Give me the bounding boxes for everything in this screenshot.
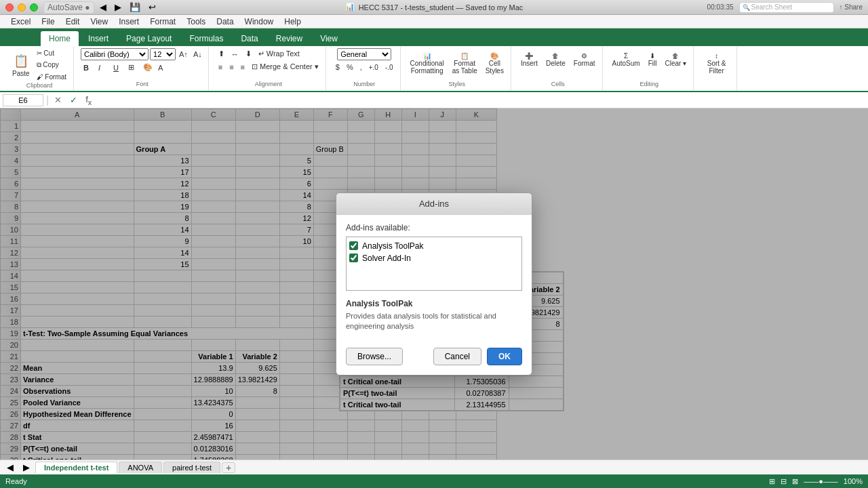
align-center-button[interactable]: ≡ [226, 61, 236, 73]
currency-button[interactable]: $ [333, 62, 342, 73]
menu-window[interactable]: Window [239, 16, 279, 28]
percent-button[interactable]: % [344, 62, 356, 73]
border-button[interactable]: ⊞ [125, 62, 139, 73]
fill-color-button[interactable]: 🎨 [140, 62, 154, 73]
font-family-select[interactable]: Calibri (Body) [81, 48, 149, 60]
underline-button[interactable]: U [111, 62, 124, 73]
browse-button[interactable]: Browse... [346, 348, 403, 365]
scroll-sheets-left[interactable]: ◀ [3, 461, 18, 474]
search-placeholder: Search Sheet [751, 3, 793, 11]
decrease-font-button[interactable]: A↓ [191, 49, 204, 59]
scroll-sheets-right[interactable]: ▶ [19, 461, 34, 474]
tab-paired-ttest[interactable]: paired t-test [163, 462, 220, 473]
addin-item-analysis[interactable]: Analysis ToolPak [349, 240, 519, 252]
sort-filter-button[interactable]: ↕Sort &Filter [705, 51, 729, 77]
minimize-button[interactable] [18, 3, 26, 12]
align-right-button[interactable]: ≡ [238, 61, 248, 73]
addin-selected-name: Analysis ToolPak [346, 299, 522, 308]
tab-review[interactable]: Review [268, 31, 311, 46]
tab-data[interactable]: Data [233, 31, 266, 46]
addin-analysis-checkbox[interactable] [349, 241, 358, 250]
align-middle-button[interactable]: ↔ [229, 48, 241, 60]
wrap-text-button[interactable]: ↵ Wrap Text [256, 48, 302, 60]
ok-button[interactable]: OK [487, 348, 522, 365]
tab-page-layout[interactable]: Page Layout [118, 31, 180, 46]
menu-view[interactable]: View [85, 16, 113, 28]
traffic-lights[interactable] [5, 3, 38, 12]
menu-format[interactable]: Format [144, 16, 181, 28]
delete-button[interactable]: 🗑Delete [543, 51, 568, 77]
cell-reference-input[interactable] [3, 94, 43, 106]
addin-solver-label: Solver Add-In [362, 253, 411, 263]
bold-button[interactable]: B [81, 62, 94, 73]
align-top-button[interactable]: ⬆ [216, 48, 227, 60]
menu-data[interactable]: Data [211, 16, 239, 28]
view-normal-icon[interactable]: ⊞ [769, 477, 775, 486]
autosave-label: AutoSave ● [43, 1, 94, 14]
alignment-group: ⬆ ↔ ⬇ ↵ Wrap Text ≡ ≡ ≡ ⊡ Merge & Center… [212, 47, 326, 90]
menu-insert[interactable]: Insert [113, 16, 144, 28]
align-left-button[interactable]: ≡ [216, 61, 225, 73]
format-button[interactable]: ⚙Format [571, 51, 598, 77]
menu-excel[interactable]: Excel [5, 16, 36, 28]
search-box[interactable]: 🔍 Search Sheet [739, 2, 834, 13]
toolbar-forward-icon[interactable]: ▶ [112, 1, 124, 13]
tab-insert[interactable]: Insert [80, 31, 117, 46]
increase-font-button[interactable]: A↑ [177, 49, 190, 59]
share-button[interactable]: ↑ Share [840, 3, 863, 11]
maximize-button[interactable] [30, 3, 38, 12]
addin-solver-checkbox[interactable] [349, 253, 358, 262]
toolbar-undo-icon[interactable]: ↩ [146, 1, 159, 13]
insert-button[interactable]: ➕Insert [518, 51, 540, 77]
number-group: General $ % , +.0 -.0 Number [329, 47, 401, 90]
menu-edit[interactable]: Edit [60, 16, 85, 28]
insert-function-icon[interactable]: fx [83, 94, 94, 106]
align-bottom-button[interactable]: ⬇ [243, 48, 254, 60]
toolbar-save-icon[interactable]: 💾 [127, 1, 143, 13]
sort-filter-group: ↕Sort &Filter [696, 47, 737, 90]
tab-home[interactable]: Home [41, 31, 79, 46]
menu-file[interactable]: File [36, 16, 60, 28]
paste-button[interactable]: 📋 Paste [9, 52, 33, 78]
font-size-select[interactable]: 12 [150, 48, 176, 60]
merge-center-button[interactable]: ⊡ Merge & Center ▾ [249, 61, 321, 73]
close-button[interactable] [5, 3, 14, 12]
zoom-slider[interactable]: ——●—— [804, 477, 838, 485]
increase-decimal-button[interactable]: +.0 [366, 62, 381, 73]
decrease-decimal-button[interactable]: -.0 [382, 62, 396, 73]
comma-button[interactable]: , [357, 62, 365, 73]
cut-button[interactable]: ✂ Cut [34, 48, 69, 58]
italic-button[interactable]: I [96, 62, 109, 73]
number-format-select[interactable]: General [337, 48, 391, 60]
format-painter-button[interactable]: 🖌 Format [34, 72, 69, 82]
modal-body: Add-ins available: Analysis ToolPak Solv… [336, 215, 532, 343]
tab-independent-ttest[interactable]: Independent t-test [35, 462, 117, 473]
addin-item-solver[interactable]: Solver Add-In [349, 252, 519, 264]
cancel-formula-icon[interactable]: ✕ [52, 95, 64, 105]
addin-analysis-label: Analysis ToolPak [362, 241, 424, 251]
ribbon-toolbar: 📋 Paste ✂ Cut ⧉ Copy 🖌 Format Clipboard … [0, 46, 868, 92]
menu-help[interactable]: Help [279, 16, 307, 28]
formula-input[interactable] [97, 94, 865, 106]
alignment-label: Alignment [255, 81, 282, 89]
tab-view[interactable]: View [312, 31, 346, 46]
addins-list[interactable]: Analysis ToolPak Solver Add-In [346, 237, 522, 291]
menu-tools[interactable]: Tools [181, 16, 211, 28]
spreadsheet-area: A B C D E F G H I J K 123Group AGroup B4… [0, 108, 868, 460]
view-layout-icon[interactable]: ⊟ [781, 477, 787, 486]
conditional-formatting-button[interactable]: 📊ConditionalFormatting [408, 51, 447, 77]
add-sheet-button[interactable]: + [222, 462, 235, 473]
clear-button[interactable]: 🗑Clear ▾ [662, 51, 689, 77]
tab-anova[interactable]: ANOVA [119, 462, 162, 473]
font-color-button[interactable]: A [155, 62, 169, 73]
toolbar-back-icon[interactable]: ◀ [97, 1, 109, 13]
fill-button[interactable]: ⬇Fill [646, 51, 660, 77]
confirm-formula-icon[interactable]: ✓ [67, 95, 80, 105]
cell-styles-button[interactable]: 🎨CellStyles [483, 51, 507, 77]
format-as-table-button[interactable]: 📋Formatas Table [450, 51, 480, 77]
copy-button[interactable]: ⧉ Copy [34, 60, 69, 70]
view-pagebreak-icon[interactable]: ⊠ [792, 477, 798, 486]
autosum-button[interactable]: ΣAutoSum [610, 51, 643, 77]
tab-formulas[interactable]: Formulas [181, 31, 231, 46]
cancel-button[interactable]: Cancel [433, 348, 481, 365]
